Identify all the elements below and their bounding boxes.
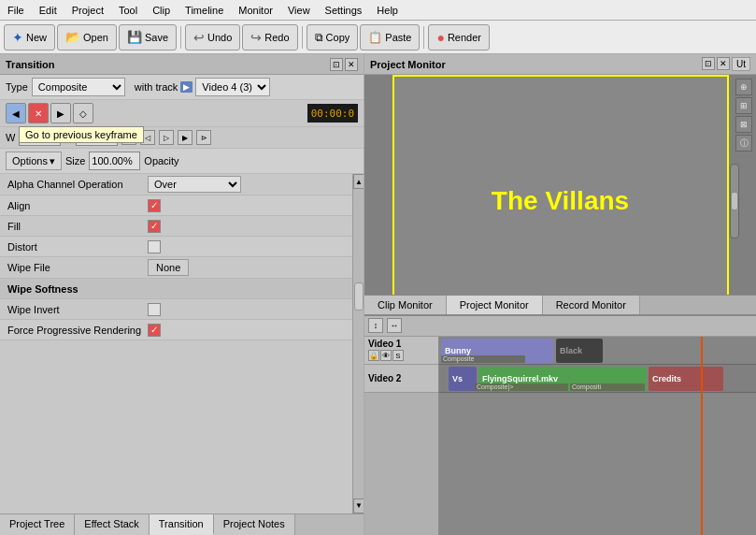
delete-keyframe-button[interactable]: ✕ <box>28 103 49 123</box>
prop-fill: Fill <box>0 216 352 237</box>
monitor-tool-crop[interactable]: ⊠ <box>735 116 752 133</box>
menu-monitor[interactable]: Monitor <box>231 3 280 18</box>
monitor-v-slider[interactable] <box>730 164 739 239</box>
tab-project-monitor[interactable]: Project Monitor <box>447 296 543 314</box>
w-label: W <box>6 132 15 143</box>
options-button[interactable]: Options ▾ <box>6 152 62 170</box>
tab-transition[interactable]: Transition <box>150 514 214 535</box>
distort-checkbox[interactable] <box>148 240 161 253</box>
tl-nav-btn1[interactable]: ↕ <box>368 318 383 333</box>
monitor-tabs: Clip Monitor Project Monitor Record Moni… <box>364 295 756 314</box>
track-content: Bunny Black Composite Vs FlyingSquirrel.… <box>439 337 756 536</box>
menu-timeline[interactable]: Timeline <box>178 3 231 18</box>
prop-fill-label: Fill <box>7 221 148 232</box>
prop-wipe-invert-value <box>148 303 345 316</box>
undo-label: Undo <box>207 32 232 43</box>
opacity-label: Opacity <box>144 155 178 166</box>
clip-black[interactable]: Black <box>556 339 603 363</box>
fill-checkbox[interactable] <box>148 220 161 233</box>
menu-file[interactable]: File <box>0 3 32 18</box>
monitor-main: The Villans ⊕ ⊞ ⊠ ⓘ <box>364 75 756 295</box>
menu-project[interactable]: Project <box>64 3 111 18</box>
force-progressive-checkbox[interactable] <box>148 324 161 337</box>
add-keyframe-button[interactable]: ◇ <box>73 103 93 123</box>
clip-composite2[interactable]: Composite|> <box>475 383 568 391</box>
clip-vs[interactable]: Vs <box>449 367 477 391</box>
align-checkbox[interactable] <box>148 199 161 212</box>
track-select[interactable]: Video 4 (3) <box>195 78 270 96</box>
redo-button[interactable]: ↪ Redo <box>242 24 297 51</box>
save-button[interactable]: 💾 Save <box>119 24 177 51</box>
paste-button[interactable]: 📋 Paste <box>360 24 420 51</box>
keyframe-active-button[interactable]: ◀ <box>6 103 26 123</box>
track-label-video2: Video 2 <box>364 365 438 393</box>
monitor-header: Project Monitor ⊡ ✕ Ut <box>364 54 756 75</box>
video-frame: The Villans <box>392 75 729 295</box>
left-tabs-bar: Project Tree Effect Stack Transition Pro… <box>0 513 364 535</box>
prop-wipe-invert: Wipe Invert <box>0 299 352 320</box>
next-keyframe-button[interactable]: ▶ <box>50 103 71 123</box>
menu-edit[interactable]: Edit <box>32 3 64 18</box>
menu-tool[interactable]: Tool <box>111 3 145 18</box>
monitor-close-button[interactable]: ✕ <box>717 57 730 70</box>
panel-close-button[interactable]: ✕ <box>345 58 358 71</box>
prop-wipe-file-label: Wipe File <box>7 262 148 273</box>
scroll-up-arrow[interactable]: ▲ <box>353 174 364 189</box>
monitor-extra-button[interactable]: Ut <box>732 57 750 71</box>
tab-effect-stack[interactable]: Effect Stack <box>75 514 150 535</box>
playhead-line <box>701 337 703 536</box>
monitor-float-button[interactable]: ⊡ <box>702 57 715 70</box>
prop-fill-value <box>148 220 345 233</box>
next-frame-btn[interactable]: ▷ <box>159 130 174 145</box>
tab-record-monitor[interactable]: Record Monitor <box>543 296 640 314</box>
copy-label: Copy <box>326 32 350 43</box>
wipe-invert-checkbox[interactable] <box>148 303 161 316</box>
tab-project-tree[interactable]: Project Tree <box>0 514 75 535</box>
clip-composite1[interactable]: Composite <box>441 355 525 363</box>
monitor-tool-info[interactable]: ⓘ <box>735 135 752 152</box>
track1-lock-btn[interactable]: 🔒 <box>368 350 379 361</box>
prop-alpha-value: Over <box>148 176 345 193</box>
scroll-down-arrow[interactable]: ▼ <box>353 499 364 513</box>
tab-clip-monitor[interactable]: Clip Monitor <box>364 296 447 314</box>
paste-label: Paste <box>385 32 411 43</box>
scroll-thumb[interactable] <box>354 282 364 311</box>
prop-wipe-softness-label: Wipe Softness <box>7 283 148 295</box>
next-frame-btn2[interactable]: ▶ <box>178 130 193 145</box>
monitor-v-slider-thumb[interactable] <box>731 192 738 210</box>
size-input[interactable] <box>89 152 140 170</box>
menu-help[interactable]: Help <box>369 3 406 18</box>
track1-solo-btn[interactable]: S <box>392 350 404 361</box>
render-button[interactable]: ● Render <box>428 24 490 51</box>
new-button[interactable]: ✦ New <box>4 24 55 51</box>
menu-clip[interactable]: Clip <box>145 3 178 18</box>
track1-mute-btn[interactable]: 👁 <box>380 350 392 361</box>
type-select[interactable]: Composite <box>32 78 125 96</box>
timeline-row-video1: Bunny Black Composite <box>439 337 756 365</box>
monitor-tool-fit[interactable]: ⊞ <box>735 97 752 114</box>
menu-view[interactable]: View <box>280 3 318 18</box>
prop-distort-value <box>148 240 345 253</box>
monitor-tool-zoom[interactable]: ⊕ <box>735 79 752 95</box>
video-title: The Villans <box>492 186 629 216</box>
tl-nav-btn2[interactable]: ↔ <box>387 318 402 333</box>
panel-float-button[interactable]: ⊡ <box>330 58 343 71</box>
video-track-icon: ▶ <box>180 81 193 93</box>
menu-settings[interactable]: Settings <box>318 3 370 18</box>
clip-credits[interactable]: Credits <box>649 367 723 391</box>
clip-composite3[interactable]: Compositi <box>570 383 645 391</box>
prop-distort: Distort <box>0 237 352 257</box>
transition-title: Transition <box>6 59 55 70</box>
tooltip: Go to previous keyframe <box>19 126 144 143</box>
copy-button[interactable]: ⧉ Copy <box>307 24 359 51</box>
tab-project-notes[interactable]: Project Notes <box>214 514 295 535</box>
transition-panel-header: Transition ⊡ ✕ <box>0 54 364 75</box>
alpha-select[interactable]: Over <box>148 176 241 193</box>
wipe-file-button[interactable]: None <box>148 259 189 276</box>
properties-scrollbar[interactable]: ▲ ▼ <box>352 174 364 513</box>
time-display: 00:00:0 <box>307 104 358 123</box>
end-frame-btn[interactable]: ⊳ <box>196 130 211 145</box>
open-button[interactable]: 📂 Open <box>57 24 117 51</box>
undo-button[interactable]: ↩ Undo <box>185 24 240 51</box>
monitor-center: The Villans ⊕ ⊞ ⊠ ⓘ <box>364 75 756 295</box>
